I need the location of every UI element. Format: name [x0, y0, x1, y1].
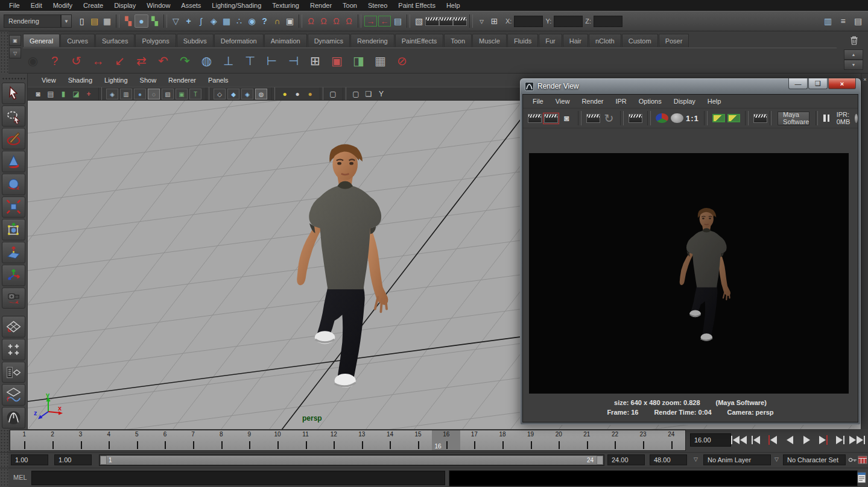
- menu-help[interactable]: Help: [441, 2, 466, 9]
- menu-toon[interactable]: Toon: [337, 2, 363, 9]
- go-to-end-button[interactable]: [849, 432, 865, 448]
- node-editor-icon[interactable]: ⊞: [305, 51, 325, 71]
- dropdown-arrow-icon[interactable]: ▿: [475, 14, 488, 28]
- delete-unused-icon[interactable]: ◍: [197, 51, 217, 71]
- select-component-mode-icon[interactable]: ▚: [148, 14, 161, 28]
- playback-range-bar[interactable]: 1 24: [100, 456, 603, 465]
- select-object-mode-icon[interactable]: ●: [135, 14, 148, 28]
- keep-image-icon[interactable]: [712, 114, 725, 122]
- snap-magnet-grid-icon[interactable]: Ω: [305, 14, 317, 28]
- use-default-material-icon[interactable]: ◍: [255, 89, 267, 99]
- shelf-tab-dynamics[interactable]: Dynamics: [308, 34, 350, 47]
- render-view-menu-render[interactable]: Render: [577, 98, 608, 105]
- z-input[interactable]: [594, 16, 622, 27]
- panel-menu-lighting[interactable]: Lighting: [99, 77, 133, 84]
- timeline-frame-6[interactable]: 6: [151, 430, 179, 450]
- region-render-icon[interactable]: [629, 114, 642, 123]
- play-forwards-button[interactable]: [799, 432, 814, 448]
- timeline-frame-12[interactable]: 12: [320, 430, 348, 450]
- animation-end-field[interactable]: 48.00: [650, 454, 687, 465]
- render-current-frame-icon[interactable]: [528, 114, 542, 123]
- maya-logo-button[interactable]: [2, 407, 25, 429]
- poly-cube-icon[interactable]: ▦: [370, 51, 390, 71]
- duplicate-object-icon[interactable]: ▣: [327, 51, 347, 71]
- panel-menu-panels[interactable]: Panels: [203, 77, 234, 84]
- frame-ruler[interactable]: 1234567891011121314151616171819202122232…: [10, 430, 686, 451]
- select-tool[interactable]: [2, 83, 25, 104]
- shelf-tab-ncloth[interactable]: nCloth: [589, 34, 621, 47]
- maximize-button[interactable]: ❑: [808, 78, 828, 89]
- camera-tumble-icon[interactable]: ↺: [66, 51, 86, 71]
- four-pane-layout[interactable]: [2, 339, 25, 360]
- move-tool[interactable]: [2, 151, 25, 172]
- range-end-handle[interactable]: [597, 456, 603, 465]
- shelf-tab-hair[interactable]: Hair: [563, 34, 588, 47]
- render-view-titlebar[interactable]: Render View — ❑ ×: [520, 78, 861, 94]
- timeline-frame-21[interactable]: 21: [573, 430, 601, 450]
- go-to-start-button[interactable]: [731, 432, 747, 448]
- panel-menu-renderer[interactable]: Renderer: [163, 77, 201, 84]
- camera-attributes-icon[interactable]: ▤: [45, 89, 56, 99]
- shelf-tab-animation[interactable]: Animation: [264, 34, 307, 47]
- character-model[interactable]: [285, 140, 401, 395]
- play-backwards-button[interactable]: [782, 432, 797, 448]
- step-forward-key-button[interactable]: [816, 432, 831, 448]
- time-slider-grip[interactable]: [0, 429, 8, 452]
- close-button[interactable]: ×: [828, 78, 856, 89]
- anim-layer-dropdown-arrow[interactable]: ▽: [694, 456, 698, 462]
- step-forward-frame-button[interactable]: [832, 432, 848, 448]
- assign-shader-icon[interactable]: ◨: [349, 51, 369, 71]
- trash-icon[interactable]: [849, 35, 860, 46]
- playback-end-field[interactable]: 24.00: [607, 454, 645, 465]
- auto-keyframe-icon[interactable]: [848, 456, 858, 464]
- timeline-frame-9[interactable]: 9: [235, 430, 264, 450]
- timeline-frame-24[interactable]: 24: [657, 430, 685, 450]
- snap-projected-icon[interactable]: ◉: [246, 14, 258, 28]
- character-set-field[interactable]: No Character Set: [783, 454, 846, 465]
- soft-modification-tool[interactable]: [2, 242, 25, 263]
- menu-paint-effects[interactable]: Paint Effects: [393, 2, 441, 9]
- default-light-icon[interactable]: ●: [305, 89, 315, 99]
- snap-magnet-curve-icon[interactable]: Ω: [317, 14, 330, 28]
- rendered-image[interactable]: [529, 153, 849, 394]
- playblast-icon[interactable]: ◉: [23, 51, 43, 71]
- shelf-scroll-down-button[interactable]: ▼: [844, 60, 863, 70]
- frame-all-icon[interactable]: T: [189, 89, 201, 99]
- paint-selection-tool[interactable]: [2, 128, 25, 149]
- symmetry-settings-icon[interactable]: ⊞: [488, 14, 501, 28]
- shelf-tab-fur[interactable]: Fur: [539, 34, 562, 47]
- output-connections-icon[interactable]: ←: [378, 16, 391, 27]
- timeline-frame-20[interactable]: 20: [545, 430, 573, 450]
- shelf-item-menu-button[interactable]: ▣: [9, 35, 21, 46]
- snap-planes-icon[interactable]: ◈: [207, 14, 220, 28]
- bookmarks-icon[interactable]: ▮: [58, 89, 69, 99]
- timeline-frame-23[interactable]: 23: [629, 430, 657, 450]
- move-snap-icon[interactable]: +: [182, 14, 195, 28]
- help-icon[interactable]: ?: [45, 51, 65, 71]
- step-back-key-button[interactable]: [765, 432, 781, 448]
- panel-menu-show[interactable]: Show: [135, 77, 162, 84]
- timeline-frame-1[interactable]: 1: [10, 430, 39, 450]
- snapshot-icon[interactable]: ◙: [560, 111, 573, 125]
- lasso-select-tool[interactable]: [2, 105, 25, 127]
- x-input[interactable]: [514, 16, 543, 27]
- command-feedback-field[interactable]: [449, 470, 858, 486]
- ipr-render-icon[interactable]: [439, 17, 453, 26]
- animation-start-field[interactable]: 1.00: [11, 454, 48, 465]
- open-render-settings-icon[interactable]: [753, 114, 767, 123]
- timeline-frame-17[interactable]: 17: [460, 430, 489, 450]
- mel-label[interactable]: MEL: [13, 474, 27, 481]
- smooth-shade-icon[interactable]: ◆: [227, 89, 239, 99]
- construction-history-icon[interactable]: ▤: [391, 14, 404, 28]
- render-view-menu-file[interactable]: File: [528, 98, 548, 105]
- render-sequence-icon[interactable]: [453, 17, 467, 26]
- filter-icon[interactable]: ▽: [169, 14, 182, 28]
- wireframe-icon[interactable]: ◇: [214, 89, 226, 99]
- 2d-pan-zoom-icon[interactable]: +: [83, 89, 94, 99]
- safe-action-icon[interactable]: ▧: [162, 89, 174, 99]
- panel-menu-shading[interactable]: Shading: [63, 77, 98, 84]
- toolbox-grip[interactable]: [2, 77, 26, 81]
- shelf-grip[interactable]: [0, 31, 8, 74]
- timeline-frame-16[interactable]: 1616: [432, 430, 460, 450]
- outliner-pane-layout[interactable]: [2, 362, 25, 383]
